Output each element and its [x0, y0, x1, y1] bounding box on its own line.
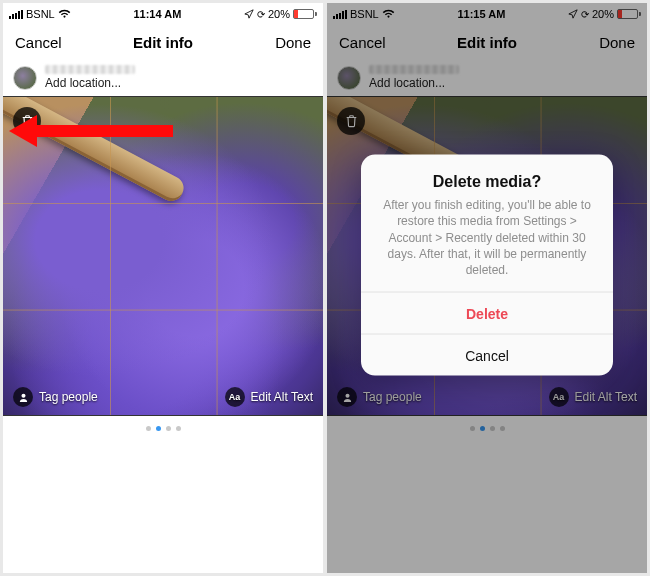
- page-title: Edit info: [133, 34, 193, 51]
- signal-icon: [9, 10, 23, 19]
- location-arrow-icon: [244, 9, 254, 19]
- post-image: [3, 97, 323, 415]
- tag-people-label: Tag people: [39, 390, 98, 404]
- dialog-delete-button[interactable]: Delete: [361, 292, 613, 334]
- delete-dialog: Delete media? After you finish editing, …: [361, 155, 613, 376]
- wifi-icon: [58, 9, 71, 19]
- status-bar: BSNL 11:14 AM ⟳ 20%: [3, 3, 323, 23]
- caption-row: Add location...: [3, 61, 323, 96]
- dot[interactable]: [146, 426, 151, 431]
- rotation-lock-icon: ⟳: [257, 9, 265, 20]
- delete-media-button[interactable]: [13, 107, 41, 135]
- edit-alt-text-button[interactable]: Aa Edit Alt Text: [225, 387, 313, 407]
- screenshot-right: BSNL 11:15 AM ⟳ 20% Cancel Edit info Don…: [327, 3, 647, 573]
- svg-point-0: [21, 393, 25, 397]
- dot[interactable]: [166, 426, 171, 431]
- caption-text[interactable]: [45, 65, 135, 74]
- dot[interactable]: [156, 426, 161, 431]
- alt-text-icon: Aa: [225, 387, 245, 407]
- clock: 11:14 AM: [133, 8, 181, 20]
- dialog-cancel-button[interactable]: Cancel: [361, 334, 613, 376]
- trash-icon: [21, 114, 34, 128]
- tag-people-button[interactable]: Tag people: [13, 387, 98, 407]
- battery-icon: [293, 9, 317, 19]
- screenshot-left: BSNL 11:14 AM ⟳ 20% Cancel Edit info Don…: [3, 3, 323, 573]
- add-location-button[interactable]: Add location...: [45, 76, 135, 90]
- done-button[interactable]: Done: [251, 34, 311, 51]
- cancel-button[interactable]: Cancel: [15, 34, 75, 51]
- battery-pct: 20%: [268, 8, 290, 20]
- alt-text-label: Edit Alt Text: [251, 390, 313, 404]
- avatar[interactable]: [13, 66, 37, 90]
- dialog-title: Delete media?: [379, 173, 595, 191]
- carousel-dots: [3, 416, 323, 441]
- person-icon: [13, 387, 33, 407]
- navbar: Cancel Edit info Done: [3, 23, 323, 61]
- carrier-label: BSNL: [26, 8, 55, 20]
- dialog-message: After you finish editing, you'll be able…: [379, 197, 595, 278]
- dot[interactable]: [176, 426, 181, 431]
- image-editor[interactable]: Tag people Aa Edit Alt Text: [3, 96, 323, 416]
